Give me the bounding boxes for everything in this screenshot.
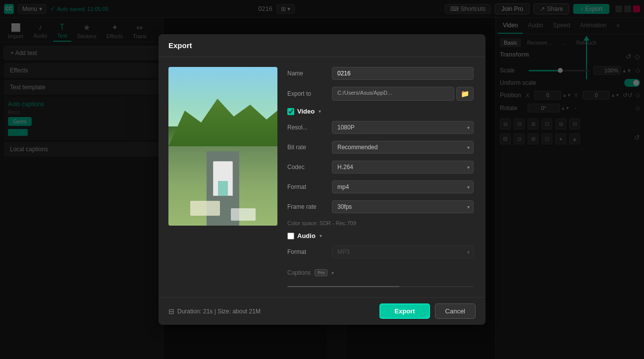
audio-section: Audio ▾ Format MP3 ▾	[287, 232, 474, 258]
export-to-label: Export to	[287, 90, 327, 97]
audio-section-header: Audio ▾	[287, 232, 474, 239]
codec-row: Codec H.264 H.265 ▾	[287, 161, 474, 174]
captions-row: Captions Pro ▾	[287, 265, 474, 276]
captions-arrow[interactable]: ▾	[331, 270, 334, 276]
framerate-row: Frame rate 30fps 24fps 60fps ▾	[287, 200, 474, 213]
audio-format-select-wrapper: MP3 ▾	[332, 245, 474, 258]
codec-label: Codec	[287, 164, 327, 171]
duration-text: Duration: 21s | Size: about 21M	[177, 308, 261, 315]
format-select-wrapper: mp4 mov avi ▾	[332, 180, 474, 193]
audio-format-label: Format	[287, 248, 327, 255]
video-section-label: Video	[297, 108, 315, 115]
name-row: Name	[287, 67, 474, 80]
audio-format-select: MP3	[332, 245, 474, 258]
audio-section-arrow[interactable]: ▾	[320, 233, 322, 239]
codec-select[interactable]: H.264 H.265	[332, 161, 474, 174]
codec-select-wrapper: H.264 H.265 ▾	[332, 161, 474, 174]
bitrate-label: Bit rate	[287, 144, 327, 151]
modal-body: Name Export to C:/Users/Asus/AppD... 📁 V…	[159, 57, 485, 297]
audio-format-row: Format MP3 ▾	[287, 245, 474, 258]
duration-icon: ⊟	[168, 307, 174, 315]
scroll-indicator	[287, 286, 474, 287]
modal-header: Export	[159, 34, 485, 57]
captions-label: Captions	[287, 269, 311, 276]
color-space-text: Color space: SDR - Rec.709	[287, 220, 474, 226]
modal-form: Name Export to C:/Users/Asus/AppD... 📁 V…	[287, 67, 476, 287]
resolution-select-wrapper: 1080P 720P 480P ▾	[332, 121, 474, 134]
cancel-button[interactable]: Cancel	[435, 303, 476, 319]
framerate-label: Frame rate	[287, 203, 327, 210]
name-label: Name	[287, 70, 327, 77]
format-select[interactable]: mp4 mov avi	[332, 180, 474, 193]
export-to-row: Export to C:/Users/Asus/AppD... 📁	[287, 87, 474, 101]
modal-footer: ⊟ Duration: 21s | Size: about 21M Export…	[159, 297, 485, 325]
audio-format-arrow: ▾	[467, 249, 470, 255]
format-row: Format mp4 mov avi ▾	[287, 180, 474, 193]
bitrate-row: Bit rate Recommended Low High ▾	[287, 141, 474, 154]
format-label: Format	[287, 183, 327, 190]
preview-image	[168, 67, 277, 226]
footer-buttons: Export Cancel	[379, 303, 476, 319]
export-final-button[interactable]: Export	[379, 303, 429, 319]
pro-badge: Pro	[315, 269, 327, 276]
audio-section-label: Audio	[297, 232, 316, 239]
resolution-label: Resol...	[287, 124, 327, 131]
bitrate-select-wrapper: Recommended Low High ▾	[332, 141, 474, 154]
modal-overlay: Export Name	[0, 0, 644, 359]
duration-info: ⊟ Duration: 21s | Size: about 21M	[168, 307, 261, 315]
export-modal: Export Name	[159, 34, 485, 325]
modal-preview	[168, 67, 277, 287]
bitrate-select[interactable]: Recommended Low High	[332, 141, 474, 154]
framerate-select[interactable]: 30fps 24fps 60fps	[332, 200, 474, 213]
resolution-select[interactable]: 1080P 720P 480P	[332, 121, 474, 134]
video-checkbox[interactable]	[287, 108, 294, 115]
video-section-arrow[interactable]: ▾	[319, 109, 321, 114]
resolution-row: Resol... 1080P 720P 480P ▾	[287, 121, 474, 134]
audio-checkbox[interactable]	[287, 233, 294, 239]
name-input[interactable]	[332, 67, 474, 80]
framerate-select-wrapper: 30fps 24fps 60fps ▾	[332, 200, 474, 213]
video-section-header: Video ▾	[287, 108, 474, 115]
export-path-row: C:/Users/Asus/AppD... 📁	[332, 87, 474, 101]
export-path: C:/Users/Asus/AppD...	[332, 87, 454, 101]
folder-button[interactable]: 📁	[456, 87, 474, 101]
